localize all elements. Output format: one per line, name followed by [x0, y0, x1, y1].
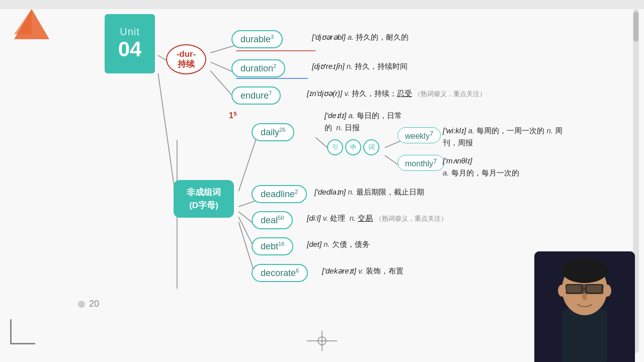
svg-point-29: [558, 285, 566, 297]
word-box-duration: duration2: [231, 59, 285, 77]
def-endure: [ɪn'djʊə(r)] v. 持久，持续；忍受 （熟词僻义，重点关注）: [307, 87, 486, 100]
logo-icon-2: [14, 9, 32, 34]
word-sup-weekly: 7: [430, 130, 433, 137]
dur-meaning: 持续: [178, 59, 195, 69]
word-sup-deadline: 2: [295, 189, 298, 195]
def-debt: [det] n. 欠债，债务: [307, 238, 370, 250]
def-duration: [djʊ'reɪʃn] n. 持久，持续时间: [312, 60, 408, 72]
word-sup-deal: 50: [278, 215, 284, 221]
word-sup-monthly: 7: [433, 157, 437, 165]
corner-bracket: [10, 319, 35, 344]
def-deal: [di:l] v. 处理 n. 交易 （熟词僻义，重点关注）: [307, 212, 447, 224]
bubble-2: 申: [345, 139, 361, 155]
bubble-3: 词: [363, 139, 379, 155]
page-dot: [78, 301, 85, 308]
svg-point-23: [561, 258, 608, 283]
crosshair-icon: [307, 331, 337, 351]
bubble-group: 引 申 词: [327, 139, 379, 155]
unit-number: 04: [118, 38, 142, 61]
group-box: 非成组词 (D字母): [174, 180, 234, 218]
group-line2: (D字母): [189, 201, 218, 210]
word-box-weekly: weekly7: [397, 127, 441, 143]
svg-point-28: [582, 293, 587, 300]
svg-rect-21: [562, 309, 607, 362]
person-image: [534, 251, 635, 362]
def-monthly: ['mʌnθlɪ]a. 每月的，每月一次的: [443, 155, 519, 179]
page-number-area: 20: [78, 299, 99, 309]
unit-label: Unit: [120, 26, 140, 38]
def-deadline: ['dedlaɪn] n. 最后期限，截止日期: [314, 186, 424, 198]
word-sup-duration: 2: [273, 63, 276, 69]
def-durable: ['djʊərəbl] a. 持久的，耐久的: [312, 31, 409, 43]
red-annotation: 1⁵: [229, 111, 236, 120]
word-sup-durable: 3: [271, 34, 274, 40]
def-decorate: ['dekəreɪt] v. 装饰，布置: [322, 265, 404, 277]
group-line1: 非成组词: [187, 188, 221, 197]
top-bar: [0, 0, 644, 9]
word-sup-endure: 7: [269, 90, 272, 96]
word-box-daily: daily26: [252, 123, 294, 141]
word-box-debt: debt16: [252, 237, 293, 255]
word-box-monthly: monthly7: [397, 155, 444, 171]
word-box-deal: deal50: [252, 211, 293, 229]
unit-box: Unit 04: [105, 14, 155, 73]
word-box-durable: durable3: [231, 30, 283, 48]
scrollbar-thumb: [633, 12, 638, 42]
word-sup-decorate: 6: [296, 267, 299, 274]
word-box-endure: endure7: [231, 86, 281, 105]
page-number: 20: [89, 299, 99, 309]
svg-point-30: [603, 285, 611, 297]
word-box-decorate: decorate6: [252, 264, 308, 282]
word-sup-debt: 16: [278, 241, 284, 247]
dur-node: -dur- 持续: [166, 44, 206, 74]
def-weekly: ['wi:klɪ] a. 每周的，一周一次的 n. 周刊，周报: [443, 125, 564, 149]
word-sup-daily: 26: [279, 127, 285, 133]
word-box-deadline: deadline2: [252, 185, 307, 203]
bubble-1: 引: [327, 139, 343, 155]
dur-prefix: -dur-: [177, 49, 196, 59]
